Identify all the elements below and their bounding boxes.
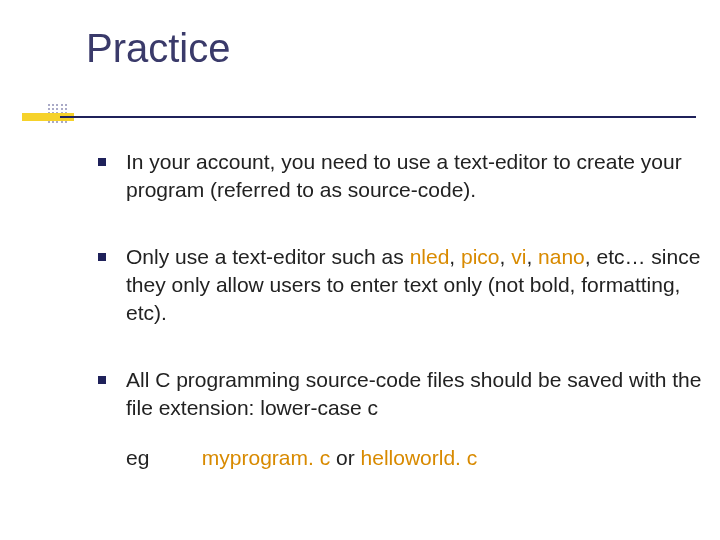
square-bullet-icon: [98, 253, 106, 261]
bullet-list: In your account, you need to use a text-…: [98, 148, 710, 511]
bullet-text: In your account, you need to use a text-…: [126, 150, 682, 201]
example-line: eg myprogram. c or helloworld. c: [126, 444, 710, 472]
example-filename: helloworld. c: [361, 446, 478, 469]
example-separator: or: [330, 446, 360, 469]
bullet-text: All C programming source-code files shou…: [126, 368, 701, 419]
separator: ,: [500, 245, 512, 268]
horizontal-rule-icon: [60, 116, 696, 118]
separator: ,: [526, 245, 538, 268]
list-item: In your account, you need to use a text-…: [98, 148, 710, 205]
editor-name: pico: [461, 245, 500, 268]
list-item: Only use a text-editor such as nled, pic…: [98, 243, 710, 328]
bullet-text-fragment: Only use a text-editor such as: [126, 245, 410, 268]
slide-title: Practice: [86, 26, 231, 71]
square-bullet-icon: [98, 376, 106, 384]
square-bullet-icon: [98, 158, 106, 166]
editor-name: nled: [410, 245, 450, 268]
example-label: eg: [126, 444, 196, 472]
editor-name: nano: [538, 245, 585, 268]
slide: Practice In your account, you need to us…: [0, 0, 720, 540]
title-divider: [22, 113, 696, 121]
separator: ,: [449, 245, 461, 268]
list-item: All C programming source-code files shou…: [98, 366, 710, 473]
example-filename: myprogram. c: [202, 446, 330, 469]
editor-name: vi: [511, 245, 526, 268]
